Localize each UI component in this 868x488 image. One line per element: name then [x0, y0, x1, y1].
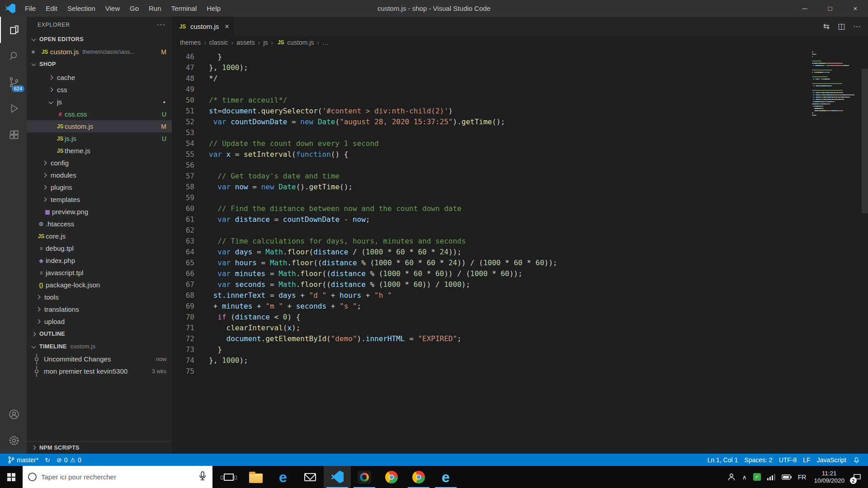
tree-item-.htaccess[interactable]: ⚙.htaccess	[27, 218, 172, 230]
tree-item-upload[interactable]: upload	[27, 315, 172, 328]
tree-item-js[interactable]: js●	[27, 96, 172, 108]
people-button[interactable]	[724, 466, 739, 488]
microphone-icon[interactable]	[198, 471, 207, 483]
clock[interactable]: 11:21 10/09/2020	[809, 470, 849, 484]
code-line[interactable]: 65 var hours = Math.floor((distance % (1…	[172, 258, 868, 268]
menu-terminal[interactable]: Terminal	[166, 0, 202, 17]
tree-item-custom.js[interactable]: JScustom.jsM	[27, 120, 172, 132]
chrome-button[interactable]	[378, 466, 405, 488]
tree-item-preview.png[interactable]: ▦preview.png	[27, 206, 172, 218]
tree-item-plugins[interactable]: plugins	[27, 181, 172, 193]
code-editor[interactable]: 46 }47}, 1000);48*/4950/* timer acceuil*…	[172, 48, 868, 454]
timeline-item[interactable]: Uncommited Changesnow	[27, 353, 172, 365]
start-button[interactable]	[0, 466, 23, 488]
settings-button[interactable]	[0, 427, 27, 454]
explorer-activity-button[interactable]	[0, 17, 27, 43]
git-branch-status[interactable]: master*	[5, 454, 42, 466]
timeline-section-header[interactable]: TIMELINE custom.js	[27, 340, 172, 353]
code-line[interactable]: 56	[172, 160, 868, 171]
mail-button[interactable]	[297, 466, 324, 488]
code-line[interactable]: 71 clearInterval(x);	[172, 323, 868, 333]
tree-item-javascript.tpl[interactable]: ≡javascript.tpl	[27, 267, 172, 279]
tree-item-config[interactable]: config	[27, 157, 172, 169]
code-line[interactable]: 61 var distance = countDownDate - now;	[172, 214, 868, 225]
tree-item-tools[interactable]: tools	[27, 291, 172, 303]
scrollbar-thumb[interactable]	[862, 69, 868, 213]
indentation-status[interactable]: Spaces: 2	[741, 456, 775, 464]
code-line[interactable]: 62	[172, 225, 868, 236]
search-activity-button[interactable]	[0, 43, 27, 69]
ie-button[interactable]: e	[432, 466, 459, 488]
tree-item-translations[interactable]: translations	[27, 303, 172, 315]
file-explorer-button[interactable]	[242, 466, 269, 488]
code-line[interactable]: 51st=document.querySelector('#content > …	[172, 106, 868, 117]
account-button[interactable]	[0, 401, 27, 427]
tree-item-css[interactable]: css	[27, 84, 172, 96]
code-line[interactable]: 48*/	[172, 73, 868, 84]
network-tray-button[interactable]	[764, 466, 778, 488]
code-line[interactable]: 74}, 1000);	[172, 355, 868, 366]
task-view-button[interactable]	[215, 466, 242, 488]
search-box[interactable]: Taper ici pour rechercher	[23, 466, 212, 488]
open-changes-icon[interactable]: ⇆	[823, 22, 830, 31]
code-line[interactable]: 63 // Time calculations for days, hours,…	[172, 236, 868, 247]
tree-item-templates[interactable]: templates	[27, 193, 172, 206]
tree-item-css.css[interactable]: #css.cssU	[27, 108, 172, 120]
code-line[interactable]: 75	[172, 366, 868, 377]
breadcrumb-item[interactable]: themes	[180, 39, 201, 46]
more-actions-icon[interactable]: ···	[157, 21, 165, 29]
code-line[interactable]: 67 var seconds = Math.floor((distance % …	[172, 279, 868, 290]
code-line[interactable]: 73 }	[172, 344, 868, 355]
code-line[interactable]: 52 var countDownDate = new Date("august …	[172, 117, 868, 127]
extensions-activity-button[interactable]	[0, 122, 27, 148]
eol-status[interactable]: LF	[800, 456, 813, 464]
language-mode[interactable]: JavaScript	[814, 456, 849, 464]
breadcrumb-item[interactable]: js	[263, 39, 268, 46]
edge-button[interactable]: e	[269, 466, 297, 488]
close-icon[interactable]: ×	[225, 23, 229, 31]
code-line[interactable]: 50/* timer acceuil*/	[172, 95, 868, 106]
tree-item-index.php[interactable]: ◆index.php	[27, 254, 172, 267]
battery-tray-button[interactable]	[778, 466, 795, 488]
code-line[interactable]: 55var x = setInterval(function() {	[172, 149, 868, 160]
vscode-button[interactable]	[324, 466, 351, 488]
tree-item-core.js[interactable]: JScore.js	[27, 230, 172, 242]
code-line[interactable]: 60 // Find the distance between now and …	[172, 203, 868, 214]
minimize-button[interactable]: ─	[792, 0, 817, 17]
npm-scripts-header[interactable]: NPM SCRIPTS	[27, 441, 172, 454]
tree-item-debug.tpl[interactable]: ≡debug.tpl	[27, 242, 172, 254]
tree-item-cache[interactable]: cache	[27, 71, 172, 84]
more-actions-icon[interactable]: ···	[853, 22, 861, 31]
feedback-hub-button[interactable]	[351, 466, 378, 488]
split-editor-icon[interactable]: ◫	[838, 22, 845, 31]
menu-help[interactable]: Help	[202, 0, 226, 17]
open-editor-item[interactable]: × JS custom.js themes\classic\ass... M	[27, 46, 172, 58]
close-icon[interactable]: ×	[31, 48, 38, 56]
code-line[interactable]: 69 + minutes + "m " + seconds + "s ";	[172, 301, 868, 312]
code-line[interactable]: 68 st.innerText = days + "d " + hours + …	[172, 290, 868, 301]
breadcrumb-item[interactable]: …	[322, 39, 329, 46]
code-line[interactable]: 54// Update the count down every 1 secon…	[172, 138, 868, 149]
tray-expand-button[interactable]: ∧	[739, 466, 750, 488]
tree-item-theme.js[interactable]: JStheme.js	[27, 145, 172, 157]
open-editors-header[interactable]: OPEN EDITORS	[27, 33, 172, 46]
breadcrumb-item[interactable]: assets	[236, 39, 255, 46]
cursor-position[interactable]: Ln 1, Col 1	[704, 456, 741, 464]
code-line[interactable]: 53	[172, 127, 868, 138]
menu-go[interactable]: Go	[125, 0, 144, 17]
maximize-button[interactable]: □	[817, 0, 843, 17]
source-control-activity-button[interactable]: 624	[0, 69, 27, 95]
outline-section-header[interactable]: OUTLINE	[27, 328, 172, 340]
code-line[interactable]: 47}, 1000);	[172, 62, 868, 73]
close-window-button[interactable]: ×	[843, 0, 868, 17]
code-line[interactable]: 64 var days = Math.floor(distance / (100…	[172, 247, 868, 258]
tab-custom-js[interactable]: JS custom.js ×	[172, 17, 234, 36]
code-line[interactable]: 46 }	[172, 52, 868, 62]
defender-tray-button[interactable]	[750, 466, 764, 488]
encoding-status[interactable]: UTF-8	[776, 456, 800, 464]
sync-button[interactable]: ↻	[42, 454, 53, 466]
tree-item-modules[interactable]: modules	[27, 169, 172, 181]
timeline-item[interactable]: mon premier test kevin53003 wks	[27, 365, 172, 377]
action-center-button[interactable]: 2	[849, 466, 868, 488]
notifications-bell-button[interactable]	[849, 456, 863, 464]
